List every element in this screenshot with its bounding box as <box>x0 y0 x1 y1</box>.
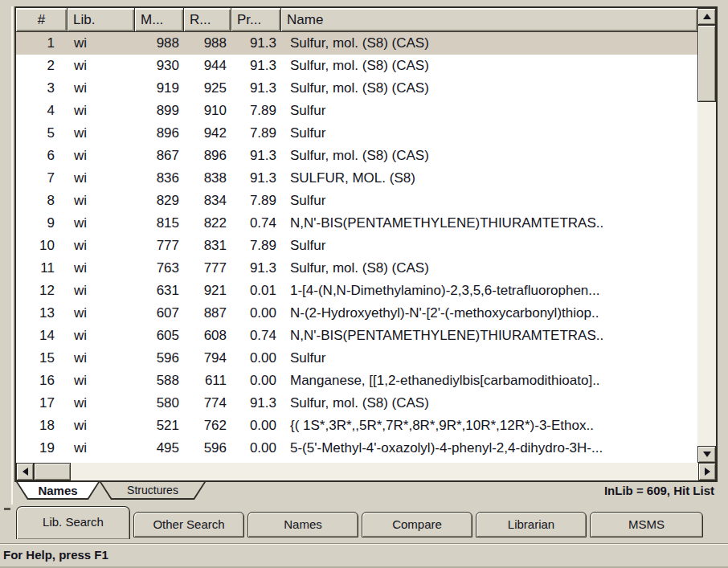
cell-r: 794 <box>184 347 231 370</box>
column-header-lib[interactable]: Lib. <box>67 8 135 31</box>
cell-lib: wi <box>67 32 135 55</box>
column-header-m[interactable]: M... <box>135 8 184 31</box>
cell-lib: wi <box>67 370 135 392</box>
table-row[interactable]: 14wi6056080.74N,N'-BIS(PENTAMETHYLENE)TH… <box>16 325 697 347</box>
tab-structures-label: Structures <box>100 482 206 500</box>
tab-structures-view[interactable]: Structures <box>100 482 206 500</box>
mode-tab-msms[interactable]: MSMS <box>590 512 703 537</box>
table-row[interactable]: 4wi8999107.89Sulfur <box>16 100 697 122</box>
scroll-left-button[interactable] <box>16 463 34 480</box>
cell-lib: wi <box>67 235 135 257</box>
table-row[interactable]: 16wi5886110.00Manganese, [[1,2-ethanediy… <box>16 370 697 392</box>
cell-m: 899 <box>135 100 184 122</box>
cell-num: 6 <box>16 145 67 167</box>
mode-tab-names[interactable]: Names <box>247 512 358 537</box>
sheet-tab-strip: Names Structures InLib = 609, Hit List <box>14 482 718 503</box>
scroll-right-button[interactable] <box>698 463 716 480</box>
table-row[interactable]: 8wi8298347.89Sulfur <box>16 190 697 212</box>
scroll-down-button[interactable] <box>697 446 716 463</box>
cell-lib: wi <box>67 100 135 122</box>
cell-lib: wi <box>67 437 135 460</box>
cell-r: 834 <box>184 190 231 212</box>
cell-lib: wi <box>67 167 135 190</box>
table-row[interactable]: 2wi93094491.3Sulfur, mol. (S8) (CAS) <box>16 55 697 77</box>
table-row[interactable]: 12wi6319210.011-[4-(N,N-Dimethylamino)-2… <box>16 280 697 302</box>
table-row[interactable]: 3wi91992591.3Sulfur, mol. (S8) (CAS) <box>16 77 697 100</box>
cell-num: 8 <box>16 190 67 212</box>
cell-r: 942 <box>184 122 231 145</box>
cell-name: Sulfur, mol. (S8) (CAS) <box>281 145 697 167</box>
cell-pr: 91.3 <box>231 145 281 167</box>
cell-lib: wi <box>67 190 135 212</box>
mode-tab-other-search[interactable]: Other Search <box>133 512 244 537</box>
column-header-pr[interactable]: Pr... <box>231 8 281 31</box>
cell-m: 605 <box>135 325 184 347</box>
cell-r: 831 <box>184 235 231 257</box>
table-row[interactable]: 6wi86789691.3Sulfur, mol. (S8) (CAS) <box>16 145 697 167</box>
cell-r: 777 <box>184 257 231 280</box>
table-row[interactable]: 11wi76377791.3Sulfur, mol. (S8) (CAS) <box>16 257 697 280</box>
cell-lib: wi <box>67 122 135 145</box>
horizontal-scroll-thumb[interactable] <box>34 463 71 480</box>
cell-num: 14 <box>16 325 67 347</box>
table-row[interactable]: 1wi98898891.3Sulfur, mol. (S8) (CAS) <box>16 32 697 55</box>
cell-name: Sulfur, mol. (S8) (CAS) <box>281 392 697 415</box>
cell-num: 2 <box>16 55 67 77</box>
cell-pr: 0.00 <box>231 415 281 437</box>
cell-pr: 91.3 <box>231 167 281 190</box>
cell-num: 4 <box>16 100 67 122</box>
cell-lib: wi <box>67 55 135 77</box>
cell-lib: wi <box>67 415 135 437</box>
cell-lib: wi <box>67 145 135 167</box>
cell-name: Sulfur, mol. (S8) (CAS) <box>281 55 697 77</box>
cell-num: 11 <box>16 257 67 280</box>
vertical-scrollbar[interactable] <box>697 8 716 463</box>
table-row[interactable]: 5wi8969427.89Sulfur <box>16 122 697 145</box>
cell-lib: wi <box>67 212 135 235</box>
cell-m: 836 <box>135 167 184 190</box>
table-row[interactable]: 7wi83683891.3SULFUR, MOL. (S8) <box>16 167 697 190</box>
horizontal-scrollbar[interactable] <box>16 463 716 480</box>
cell-num: 16 <box>16 370 67 392</box>
mode-tab-lib-search[interactable]: Lib. Search <box>16 506 130 539</box>
scroll-up-button[interactable] <box>697 8 716 25</box>
cell-name: N,N'-BIS(PENTAMETHYLENE)THIURAMTETRAS.. <box>281 212 697 235</box>
cell-pr: 0.00 <box>231 437 281 460</box>
cell-name: N-(2-Hydroxyethyl)-N'-[2'-(-methoxycarbo… <box>281 302 697 325</box>
cell-num: 19 <box>16 437 67 460</box>
table-row[interactable]: 19wi4955960.005-(5'-Methyl-4'-oxazolyl)-… <box>16 437 697 460</box>
table-row[interactable]: 18wi5217620.00{( 1S*,3R*,,5R*,7R*,8R*,9R… <box>16 415 697 437</box>
cell-num: 5 <box>16 122 67 145</box>
table-row[interactable]: 15wi5967940.00Sulfur <box>16 347 697 370</box>
cell-num: 9 <box>16 212 67 235</box>
cell-name: 1-[4-(N,N-Dimethylamino)-2,3,5,6-tetrafl… <box>281 280 697 302</box>
vertical-scroll-thumb[interactable] <box>697 25 716 102</box>
cell-r: 988 <box>184 32 231 55</box>
cell-r: 925 <box>184 77 231 100</box>
mode-tab-librarian[interactable]: Librarian <box>476 512 587 537</box>
table-row[interactable]: 9wi8158220.74N,N'-BIS(PENTAMETHYLENE)THI… <box>16 212 697 235</box>
cell-name: Sulfur <box>281 100 697 122</box>
table-row[interactable]: 10wi7778317.89Sulfur <box>16 235 697 257</box>
table-row[interactable]: 17wi58077491.3Sulfur, mol. (S8) (CAS) <box>16 392 697 415</box>
column-header-num[interactable]: # <box>16 8 67 31</box>
cell-pr: 0.00 <box>231 302 281 325</box>
cell-name: Sulfur <box>281 347 697 370</box>
column-header-r[interactable]: R... <box>184 8 231 31</box>
cell-name: 5-(5'-Methyl-4'-oxazolyl)-4-phenyl-2,4-d… <box>281 437 697 460</box>
tab-names-view[interactable]: Names <box>16 482 100 500</box>
cell-num: 7 <box>16 167 67 190</box>
cell-m: 896 <box>135 122 184 145</box>
cell-num: 13 <box>16 302 67 325</box>
cell-r: 838 <box>184 167 231 190</box>
cell-num: 10 <box>16 235 67 257</box>
inlib-status: InLib = 609, Hit List <box>604 482 714 500</box>
cell-m: 596 <box>135 347 184 370</box>
table-row[interactable]: 13wi6078870.00N-(2-Hydroxyethyl)-N'-[2'-… <box>16 302 697 325</box>
cell-m: 763 <box>135 257 184 280</box>
cell-pr: 0.01 <box>231 280 281 302</box>
cell-m: 580 <box>135 392 184 415</box>
cell-m: 829 <box>135 190 184 212</box>
column-header-name[interactable]: Name <box>281 8 697 31</box>
mode-tab-compare[interactable]: Compare <box>362 512 472 537</box>
